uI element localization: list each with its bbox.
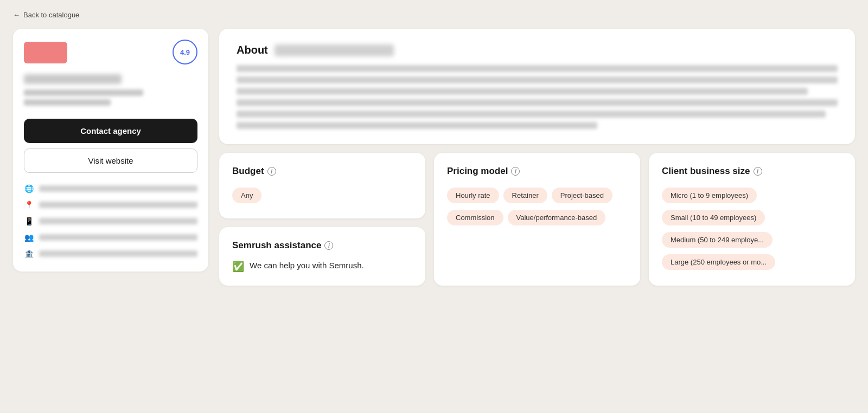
- info-row-globe: 🌐: [24, 184, 197, 193]
- team-icon: 👥: [24, 233, 34, 242]
- rating-value: 4.9: [180, 48, 190, 56]
- budget-card-title: Budget i: [232, 166, 412, 177]
- info-rows: 🌐 📍 📱 👥 🏦: [24, 184, 197, 259]
- pricing-tag-retainer: Retainer: [503, 188, 547, 203]
- client-size-card: Client business size i Micro (1 to 9 emp…: [649, 153, 855, 286]
- client-size-info-icon[interactable]: i: [754, 167, 762, 176]
- about-line-6: [237, 122, 597, 129]
- about-title: About: [237, 44, 268, 56]
- check-icon: ✅: [232, 261, 244, 273]
- semrush-help-text: We can help you with Semrush.: [250, 260, 364, 272]
- client-size-tag-large: Large (250 employees or mo...: [662, 254, 775, 270]
- budget-card: Budget i Any: [219, 153, 425, 218]
- agency-sub-blur-2: [24, 99, 111, 106]
- about-line-3: [237, 88, 808, 95]
- info-text-blur-globe: [39, 185, 197, 192]
- about-agency-name-blur: [275, 44, 394, 56]
- pricing-info-icon[interactable]: i: [511, 167, 520, 176]
- left-column: Budget i Any Semrush assistance i ✅: [219, 153, 425, 286]
- info-row-building: 🏦: [24, 249, 197, 259]
- pricing-card-title: Pricing model i: [447, 166, 627, 177]
- agency-name-blur: [24, 74, 122, 84]
- back-link[interactable]: ← Back to catalogue: [13, 11, 79, 19]
- client-size-title-text: Client business size: [662, 166, 750, 177]
- left-card: 4.9 Contact agency Visit website 🌐 📍: [13, 29, 208, 272]
- pricing-tag-project: Project-based: [552, 188, 612, 203]
- info-text-blur-phone: [39, 218, 197, 224]
- info-row-team: 👥: [24, 233, 197, 242]
- about-line-1: [237, 65, 838, 72]
- pricing-tags: Hourly rate Retainer Project-based Commi…: [447, 185, 627, 228]
- semrush-info-icon[interactable]: i: [324, 241, 333, 250]
- building-icon: 🏦: [24, 249, 34, 259]
- budget-info-icon[interactable]: i: [267, 167, 276, 176]
- semrush-card-title: Semrush assistance i: [232, 240, 412, 251]
- pricing-tag-value: Value/performance-based: [508, 210, 606, 225]
- right-content: About Budget i: [219, 29, 855, 286]
- about-line-5: [237, 111, 826, 118]
- client-size-tag-small: Small (10 to 49 employees): [662, 210, 765, 225]
- agency-logo: [24, 42, 67, 63]
- back-link-label: Back to catalogue: [23, 11, 79, 19]
- pricing-tag-commission: Commission: [447, 210, 503, 225]
- budget-tag-any: Any: [232, 188, 261, 203]
- about-line-4: [237, 99, 838, 106]
- about-line-2: [237, 76, 838, 83]
- semrush-content: ✅ We can help you with Semrush.: [232, 260, 412, 273]
- info-row-location: 📍: [24, 200, 197, 210]
- client-size-tag-medium: Medium (50 to 249 employe...: [662, 232, 773, 248]
- about-body: [237, 65, 838, 129]
- semrush-title-text: Semrush assistance: [232, 240, 321, 251]
- client-size-tag-micro: Micro (1 to 9 employees): [662, 188, 757, 203]
- info-text-blur-building: [39, 250, 197, 257]
- pricing-tag-hourly: Hourly rate: [447, 188, 499, 203]
- budget-tags: Any: [232, 185, 412, 205]
- client-size-card-title: Client business size i: [662, 166, 842, 177]
- visit-website-button[interactable]: Visit website: [24, 149, 197, 173]
- rating-badge: 4.9: [173, 40, 197, 64]
- main-layout: 4.9 Contact agency Visit website 🌐 📍: [13, 29, 855, 286]
- location-icon: 📍: [24, 200, 34, 210]
- info-text-blur-location: [39, 202, 197, 208]
- client-size-tags: Micro (1 to 9 employees) Small (10 to 49…: [662, 185, 842, 272]
- pricing-title-text: Pricing model: [447, 166, 508, 177]
- phone-icon: 📱: [24, 216, 34, 226]
- pricing-card: Pricing model i Hourly rate Retainer Pro…: [434, 153, 640, 286]
- budget-title-text: Budget: [232, 166, 264, 177]
- agency-name-block: [24, 74, 197, 106]
- back-arrow-icon: ←: [13, 11, 20, 19]
- info-row-phone: 📱: [24, 216, 197, 226]
- semrush-card: Semrush assistance i ✅ We can help you w…: [219, 227, 425, 286]
- agency-sub-blur-1: [24, 89, 143, 96]
- contact-agency-button[interactable]: Contact agency: [24, 119, 197, 143]
- about-card: About: [219, 29, 855, 144]
- info-text-blur-team: [39, 234, 197, 241]
- bottom-grid: Budget i Any Semrush assistance i ✅: [219, 153, 855, 286]
- about-header: About: [237, 44, 838, 56]
- globe-icon: 🌐: [24, 184, 34, 193]
